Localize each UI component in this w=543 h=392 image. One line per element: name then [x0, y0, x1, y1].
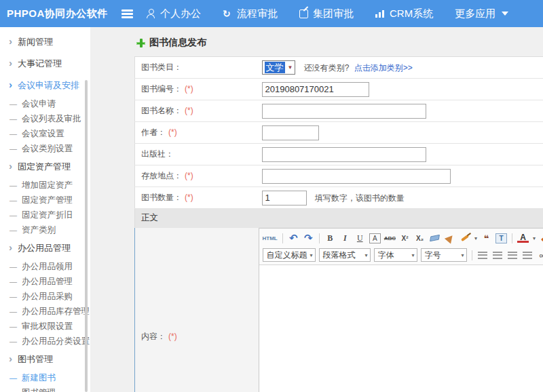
align-left-icon[interactable]: [478, 252, 487, 259]
sidebar-item-meeting-list[interactable]: —会议列表及审批: [0, 111, 90, 126]
toolbar-separator: [282, 233, 283, 243]
dash-icon: —: [10, 196, 17, 204]
underline-button[interactable]: U: [354, 232, 366, 244]
format-painter-icon[interactable]: [461, 235, 469, 241]
form-row-author: 作者：(*): [135, 122, 543, 144]
required-mark: (*): [185, 106, 193, 115]
dash-icon: —: [10, 277, 17, 286]
sidebar-item-meeting-apply[interactable]: —会议申请: [0, 96, 90, 111]
bold-button[interactable]: B: [324, 232, 336, 244]
sidebar-group-news[interactable]: ›新闻管理: [0, 31, 90, 53]
dash-icon: —: [10, 226, 17, 234]
nav-personal-office[interactable]: 个人办公: [147, 7, 201, 20]
clean-format-broom-icon[interactable]: [444, 233, 455, 243]
paste-text-icon[interactable]: T: [495, 233, 507, 243]
nav-label: 流程审批: [237, 7, 278, 20]
category-select[interactable]: 文学 ▼: [262, 60, 296, 75]
nav-more-apps[interactable]: 更多应用: [455, 7, 508, 20]
quantity-input[interactable]: [262, 191, 307, 205]
sidebar-item-supplies-category[interactable]: —办公用品分类设置: [0, 334, 90, 349]
italic-button[interactable]: I: [339, 232, 351, 244]
html-source-button[interactable]: HTML: [263, 232, 278, 244]
editor-toolbar: HTML ↶ ↷ B I U A ABC X² X₂: [259, 229, 543, 265]
sidebar-item-supplies-claim[interactable]: —办公用品领用: [0, 259, 90, 274]
sidebar-item-label: 会议室设置: [22, 129, 64, 138]
add-plus-icon: [136, 39, 145, 47]
sidebar-item-asset-depreciation[interactable]: —固定资产折旧: [0, 208, 90, 222]
toolbar-separator: [512, 233, 512, 243]
dash-icon: —: [10, 100, 17, 108]
sidebar-item-asset-add[interactable]: —增加固定资产: [0, 178, 90, 193]
align-justify-icon[interactable]: [523, 252, 532, 259]
sidebar: ›新闻管理 ›大事记管理 ›会议申请及安排 —会议申请 —会议列表及审批 —会议…: [0, 27, 90, 392]
dash-icon: —: [10, 130, 17, 138]
edit-square-icon: [299, 9, 308, 18]
paragraph-format-select[interactable]: 段落格式 ▾: [319, 248, 371, 262]
sidebar-group-memorabilia[interactable]: ›大事记管理: [0, 53, 90, 75]
strikethrough-button[interactable]: ABC: [384, 232, 396, 244]
chevron-right-icon: ›: [9, 353, 12, 364]
form-row-category: 图书类目： 文学 ▼ 还没有类别? 点击添加类别>>: [135, 57, 543, 79]
field-label: 图书名称：: [141, 106, 182, 115]
insert-link-icon[interactable]: ∞: [537, 249, 543, 261]
dash-icon: —: [10, 181, 17, 189]
sidebar-group-label: 会议申请及安排: [18, 80, 79, 90]
book-name-input[interactable]: [262, 104, 426, 119]
blockquote-icon[interactable]: ❝: [481, 232, 492, 244]
font-family-select[interactable]: 字体 ▾: [374, 248, 417, 262]
publisher-input[interactable]: [262, 147, 426, 162]
sidebar-group-label: 新闻管理: [18, 37, 53, 47]
undo-icon[interactable]: ↶: [288, 232, 299, 244]
font-border-button[interactable]: A: [369, 233, 381, 243]
hamburger-menu-icon[interactable]: [121, 9, 134, 18]
sidebar-item-asset-category[interactable]: —资产类别: [0, 222, 90, 237]
eraser-icon[interactable]: [430, 235, 440, 242]
sidebar-item-book-new[interactable]: —新建图书: [0, 370, 90, 385]
toolbar-separator: [319, 233, 320, 243]
sidebar-group-label: 办公用品管理: [18, 243, 71, 253]
selected-option: 文学: [265, 62, 285, 73]
sidebar-item-label: 图书管理: [22, 388, 56, 392]
chevron-right-icon: ›: [9, 57, 12, 68]
align-center-icon[interactable]: [493, 252, 502, 259]
custom-title-select[interactable]: 自定义标题 ▾: [263, 248, 316, 262]
superscript-button[interactable]: X²: [399, 232, 411, 244]
main-content: 图书信息发布 图书类目： 文学 ▼ 还没有类别? 点击添加类别>> 图书编号：(…: [90, 27, 543, 392]
page-title: 图书信息发布: [149, 37, 206, 49]
caret-down-icon[interactable]: ▾: [533, 235, 536, 241]
dash-icon: —: [10, 211, 17, 219]
sidebar-item-supplies-purchase[interactable]: —办公用品采购: [0, 289, 90, 304]
sidebar-group-meeting[interactable]: ›会议申请及安排: [0, 75, 90, 96]
location-input[interactable]: [262, 169, 451, 184]
subscript-button[interactable]: X₂: [414, 232, 426, 244]
font-color-button[interactable]: A: [517, 233, 529, 243]
sidebar-item-asset-manage[interactable]: —固定资产管理: [0, 193, 90, 208]
caret-down-icon[interactable]: ▾: [474, 235, 477, 241]
body-section-label: 正文: [135, 209, 543, 228]
nav-crm-system[interactable]: CRM系统: [375, 7, 433, 20]
nav-group-approval[interactable]: 集团审批: [299, 7, 354, 20]
form-row-location: 存放地点：(*): [135, 165, 543, 187]
sidebar-group-book[interactable]: ›图书管理: [0, 349, 90, 370]
sidebar-group-office-supplies[interactable]: ›办公用品管理: [0, 237, 90, 259]
add-category-link[interactable]: 点击添加类别>>: [354, 63, 413, 73]
nav-process-approval[interactable]: ↻ 流程审批: [223, 7, 278, 20]
sidebar-item-label: 会议申请: [22, 99, 56, 109]
sidebar-item-supplies-inventory[interactable]: —办公用品库存管理: [0, 304, 90, 319]
author-input[interactable]: [262, 125, 319, 140]
book-no-input[interactable]: [262, 82, 369, 97]
editor-content-area[interactable]: [259, 265, 543, 392]
align-right-icon[interactable]: [508, 252, 517, 259]
font-size-select[interactable]: 字号 ▾: [421, 248, 467, 262]
sidebar-item-approval-permission[interactable]: —审批权限设置: [0, 319, 90, 334]
select-label: 自定义标题: [267, 250, 307, 261]
sidebar-group-fixed-asset[interactable]: ›固定资产管理: [0, 156, 90, 178]
sidebar-item-book-manage[interactable]: —图书管理: [0, 385, 90, 392]
sidebar-item-meeting-category[interactable]: —会议类别设置: [0, 141, 90, 156]
sidebar-scrollbar[interactable]: [85, 80, 88, 392]
sidebar-item-meeting-room[interactable]: —会议室设置: [0, 126, 90, 141]
sidebar-item-supplies-manage[interactable]: —办公用品管理: [0, 274, 90, 289]
field-label: 图书编号：: [141, 84, 182, 94]
redo-icon[interactable]: ↷: [303, 232, 314, 244]
sidebar-item-label: 办公用品管理: [22, 277, 73, 286]
